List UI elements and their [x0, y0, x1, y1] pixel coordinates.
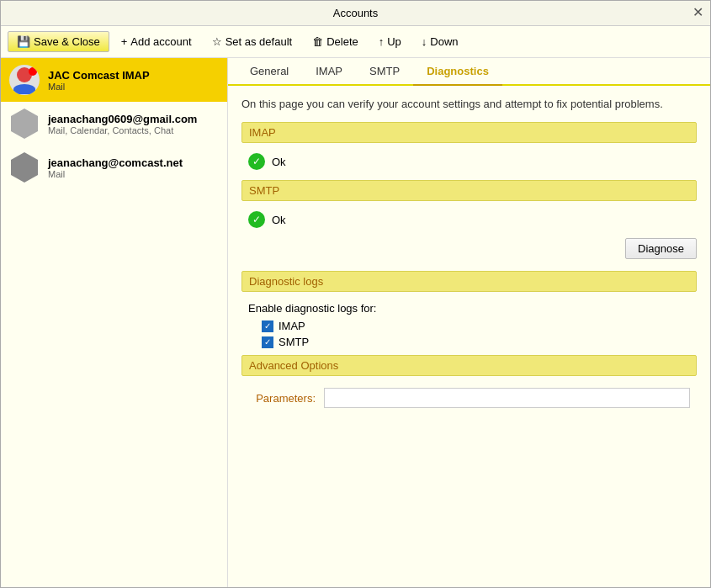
- account-avatar-2: [9, 152, 40, 183]
- tab-imap[interactable]: IMAP: [302, 58, 356, 86]
- delete-label: Delete: [326, 35, 358, 48]
- content-area: JAC Comcast IMAP Mail jeanachang0609@gma…: [1, 58, 710, 587]
- account-name-0: JAC Comcast IMAP: [48, 69, 150, 82]
- account-info-1: jeanachang0609@gmail.com Mail, Calendar,…: [48, 113, 197, 135]
- diagnose-row: Diagnose: [241, 238, 697, 259]
- down-arrow-icon: ↓: [422, 35, 427, 48]
- tab-general[interactable]: General: [236, 58, 302, 86]
- close-button[interactable]: ✕: [692, 6, 703, 19]
- up-arrow-icon: ↑: [379, 35, 385, 48]
- params-input[interactable]: [324, 388, 690, 408]
- smtp-log-checkbox[interactable]: ✓: [262, 336, 273, 348]
- imap-status-row: ✓ Ok: [241, 148, 697, 180]
- account-item-2[interactable]: jeanachang@comcast.net Mail: [1, 146, 227, 189]
- smtp-status-text: Ok: [272, 214, 286, 226]
- set-default-label: Set as default: [226, 35, 293, 48]
- down-button[interactable]: ↓ Down: [413, 32, 467, 51]
- account-avatar-0: [9, 65, 40, 95]
- save-icon: 💾: [17, 35, 30, 48]
- trash-icon: 🗑: [312, 35, 323, 48]
- smtp-section-header: SMTP: [241, 180, 697, 201]
- account-info-0: JAC Comcast IMAP Mail: [48, 69, 150, 92]
- diagnose-button[interactable]: Diagnose: [625, 238, 697, 259]
- imap-section-header: IMAP: [241, 122, 697, 143]
- plus-icon: +: [121, 35, 128, 48]
- smtp-check-icon: ✓: [248, 211, 265, 228]
- smtp-log-label: SMTP: [279, 336, 309, 348]
- imap-log-checkbox-row: ✓ IMAP: [241, 318, 697, 334]
- panel-content: On this page you can verify your account…: [228, 86, 710, 587]
- imap-log-label: IMAP: [279, 320, 305, 332]
- account-avatar-1: [9, 109, 40, 139]
- account-type-0: Mail: [48, 82, 150, 92]
- account-name-1: jeanachang0609@gmail.com: [48, 113, 197, 125]
- add-account-label: Add account: [130, 35, 191, 48]
- tabs: General IMAP SMTP Diagnostics: [228, 58, 710, 86]
- account-name-2: jeanachang@comcast.net: [48, 156, 183, 169]
- account-type-2: Mail: [48, 169, 183, 179]
- tab-smtp[interactable]: SMTP: [356, 58, 413, 86]
- tab-diagnostics[interactable]: Diagnostics: [413, 58, 502, 86]
- account-item-1[interactable]: jeanachang0609@gmail.com Mail, Calendar,…: [1, 102, 227, 146]
- save-close-button[interactable]: 💾 Save & Close: [8, 31, 109, 52]
- advanced-options-section: Advanced Options Parameters:: [241, 355, 697, 415]
- window-title: Accounts: [333, 7, 378, 19]
- smtp-status-row: ✓ Ok: [241, 206, 697, 238]
- sidebar: JAC Comcast IMAP Mail jeanachang0609@gma…: [1, 58, 228, 587]
- params-label: Parameters:: [248, 392, 316, 405]
- down-label: Down: [430, 35, 458, 48]
- info-text: On this page you can verify your account…: [241, 98, 697, 110]
- diag-logs-header: Diagnostic logs: [241, 271, 697, 292]
- diag-logs-section: Diagnostic logs Enable diagnostic logs f…: [241, 271, 697, 350]
- accounts-window: Accounts ✕ 💾 Save & Close + Add account …: [0, 0, 711, 588]
- set-default-button[interactable]: ☆ Set as default: [204, 32, 301, 51]
- star-icon: ☆: [212, 35, 222, 48]
- main-panel: General IMAP SMTP Diagnostics On this pa…: [228, 58, 710, 587]
- advanced-options-header: Advanced Options: [241, 355, 697, 376]
- add-account-button[interactable]: + Add account: [113, 32, 200, 51]
- account-item-0[interactable]: JAC Comcast IMAP Mail: [1, 58, 227, 102]
- imap-check-icon: ✓: [248, 153, 265, 170]
- imap-status-text: Ok: [272, 156, 286, 168]
- account-info-2: jeanachang@comcast.net Mail: [48, 156, 183, 179]
- params-row: Parameters:: [241, 381, 697, 415]
- delete-button[interactable]: 🗑 Delete: [304, 32, 367, 51]
- account-type-1: Mail, Calendar, Contacts, Chat: [48, 125, 197, 135]
- title-bar: Accounts ✕: [1, 1, 710, 26]
- save-close-label: Save & Close: [34, 35, 100, 48]
- up-button[interactable]: ↑ Up: [370, 32, 410, 51]
- imap-log-checkbox[interactable]: ✓: [262, 320, 273, 332]
- up-label: Up: [387, 35, 401, 48]
- enable-logs-text: Enable diagnostic logs for:: [241, 297, 697, 318]
- toolbar: 💾 Save & Close + Add account ☆ Set as de…: [1, 26, 710, 58]
- smtp-log-checkbox-row: ✓ SMTP: [241, 334, 697, 350]
